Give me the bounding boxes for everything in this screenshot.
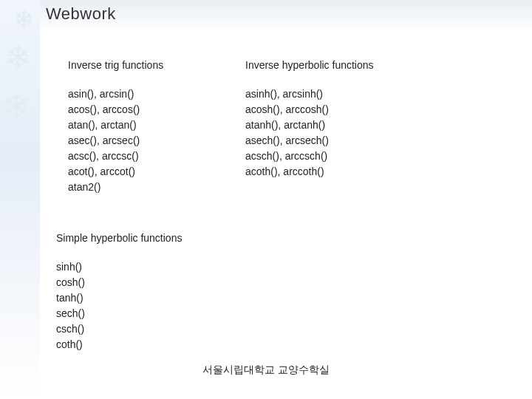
- col-inverse-hyperbolic: Inverse hyperbolic functions asinh(), ar…: [245, 58, 423, 195]
- list-item: atanh(), arctanh(): [245, 117, 423, 133]
- list-item: tanh(): [56, 290, 511, 306]
- slide: ❄ ❄ ❄ Webwork Inverse trig functions asi…: [0, 0, 532, 399]
- list-item: sech(): [56, 306, 511, 321]
- col-heading: Inverse trig functions: [68, 58, 245, 73]
- row-simple-hyperbolic: Simple hyperbolic functions sinh() cosh(…: [56, 231, 511, 352]
- list-item: acoth(), arccoth(): [245, 164, 423, 180]
- list-item: atan2(): [68, 180, 245, 195]
- decorative-sidebar: ❄ ❄ ❄: [0, 0, 40, 399]
- snowflake-icon: ❄: [1, 86, 31, 127]
- col-list: asin(), arcsin() acos(), arccos() atan()…: [68, 86, 245, 195]
- col-list: sinh() cosh() tanh() sech() csch() coth(…: [56, 259, 511, 352]
- list-item: asech(), arcsech(): [245, 133, 423, 149]
- list-item: acosh(), arccosh(): [245, 102, 423, 117]
- list-item: asinh(), arcsinh(): [245, 86, 423, 102]
- col-list: asinh(), arcsinh() acosh(), arccosh() at…: [245, 86, 423, 180]
- list-item: asin(), arcsin(): [68, 86, 245, 102]
- list-item: sinh(): [56, 259, 511, 275]
- col-inverse-trig: Inverse trig functions asin(), arcsin() …: [68, 58, 245, 195]
- list-item: atan(), arctan(): [68, 117, 245, 133]
- row-columns: Inverse trig functions asin(), arcsin() …: [68, 58, 511, 195]
- list-item: coth(): [56, 337, 511, 352]
- list-item: acot(), arccot(): [68, 164, 245, 180]
- list-item: acsc(), arccsc(): [68, 149, 245, 164]
- snowflake-icon: ❄: [4, 38, 32, 76]
- content: Inverse trig functions asin(), arcsin() …: [68, 58, 511, 352]
- list-item: acos(), arccos(): [68, 102, 245, 117]
- list-item: csch(): [56, 321, 511, 337]
- snowflake-icon: ❄: [13, 4, 34, 34]
- list-item: asec(), arcsec(): [68, 133, 245, 149]
- footer-credit: 서울시립대학교 교양수학실: [0, 364, 532, 377]
- page-title: Webwork: [46, 4, 116, 24]
- list-item: cosh(): [56, 275, 511, 290]
- list-item: acsch(), arccsch(): [245, 149, 423, 164]
- col-heading: Inverse hyperbolic functions: [245, 58, 423, 73]
- col-heading: Simple hyperbolic functions: [56, 231, 511, 246]
